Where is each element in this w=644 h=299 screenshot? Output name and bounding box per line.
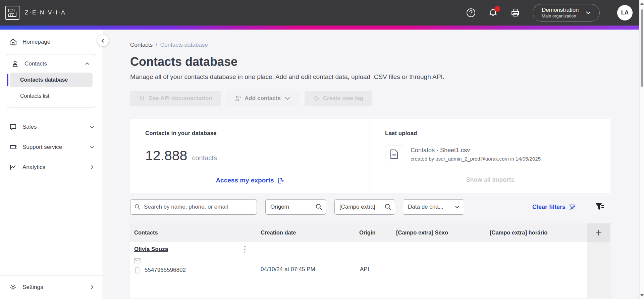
breadcrumb-contacts-database[interactable]: Contacts database <box>160 42 208 48</box>
sidebar-collapse-button[interactable] <box>97 35 109 46</box>
chevron-down-icon <box>454 204 460 210</box>
page-subtitle: Manage all of your contacts database in … <box>130 73 610 81</box>
user-plus-icon <box>234 95 241 102</box>
sidebar-item-contacts[interactable]: Contacts <box>7 56 96 71</box>
main-content: Contacts / Contacts database Contacts da… <box>103 30 644 299</box>
contacts-count-card: Contacts in your database 12.888 contact… <box>130 119 370 193</box>
contacts-table: Contacts Creation date Origin [Campo ext… <box>130 223 610 298</box>
breadcrumb-contacts[interactable]: Contacts <box>130 42 153 48</box>
scroll-down-arrow[interactable] <box>640 294 644 297</box>
org-subtitle: Main organization <box>542 13 579 19</box>
chevron-down-icon <box>585 9 592 16</box>
contacts-count-value: 12.888 <box>145 148 187 164</box>
export-icon <box>277 177 284 184</box>
help-icon[interactable] <box>466 8 476 17</box>
plus-icon <box>595 229 602 237</box>
sidebar-item-support-service[interactable]: Support service <box>0 139 103 155</box>
chevron-down-icon <box>89 124 95 130</box>
access-my-exports-link[interactable]: Access my exports <box>130 177 370 184</box>
home-icon <box>9 38 17 46</box>
table-row: Olivia Souza - <box>130 242 610 298</box>
add-contacts-button[interactable]: Add contacts <box>226 91 300 106</box>
plug-icon <box>139 95 145 102</box>
contacts-count-unit: contacts <box>192 154 217 162</box>
row-menu-icon[interactable] <box>242 245 248 253</box>
column-header-contacts: Contacts <box>130 223 254 242</box>
org-name: Demonstration <box>542 7 579 13</box>
breadcrumb-separator: / <box>156 42 157 48</box>
sidebar-item-label: Homepage <box>22 39 50 45</box>
see-api-documentation-button[interactable]: See API documentation <box>130 91 221 106</box>
create-new-tag-button[interactable]: Create new tag <box>305 91 372 106</box>
action-buttons: See API documentation Add contacts <box>130 91 610 106</box>
upload-file-meta: created by user_admin_2_prod@uorak.com i… <box>411 156 541 162</box>
origin-value: API <box>355 242 392 298</box>
filter-off-icon <box>569 204 576 211</box>
brand-text: Z·E·N·V·I·A <box>25 9 66 16</box>
avatar[interactable]: LA <box>617 5 633 20</box>
print-icon[interactable] <box>511 8 520 17</box>
creation-date-filter[interactable]: Data de cria... <box>403 199 464 215</box>
mobile-phone-icon <box>134 267 141 273</box>
creation-date-value: 04/10/24 at 07:45 PM <box>254 242 355 298</box>
search-icon <box>315 203 322 210</box>
ticket-icon <box>9 143 17 151</box>
chevron-down-icon <box>284 95 291 102</box>
column-header-campo-extra-horario: [Campo extra] horário <box>485 223 587 242</box>
sidebar-item-label: Settings <box>22 284 43 291</box>
search-icon <box>384 203 391 210</box>
sidebar-item-settings[interactable]: Settings <box>0 280 103 295</box>
sidebar-item-label: Contacts <box>24 60 47 67</box>
chevron-left-icon <box>100 38 106 43</box>
org-switcher[interactable]: Demonstration Main organization <box>533 4 600 22</box>
gear-icon <box>9 284 17 291</box>
breadcrumb: Contacts / Contacts database <box>130 42 610 48</box>
sidebar-item-analytics[interactable]: Analytics <box>0 160 103 175</box>
sidebar-item-label: Contacts database <box>20 77 68 83</box>
scroll-up-arrow[interactable] <box>640 2 644 5</box>
table-header-row: Contacts Creation date Origin [Campo ext… <box>130 223 610 242</box>
zenvia-logo-icon <box>5 6 19 20</box>
last-upload-card: Last upload Contatos - Sheet1.csv create… <box>370 119 610 193</box>
chevron-down-icon <box>89 144 95 150</box>
sidebar-item-contacts-database[interactable]: Contacts database <box>10 73 93 87</box>
sidebar-item-label: Contacts list <box>20 93 49 99</box>
contact-email-value: - <box>145 257 147 264</box>
sidebar-item-homepage[interactable]: Homepage <box>0 34 103 50</box>
page-scrollbar[interactable] <box>639 0 644 299</box>
sidebar-item-sales[interactable]: Sales <box>0 119 103 135</box>
top-bar: Z·E·N·V·I·A Demon <box>0 0 644 26</box>
column-header-creation-date: Creation date <box>254 223 355 242</box>
clear-filters-link[interactable]: Clear filters <box>532 204 576 211</box>
chevron-right-icon <box>89 165 95 170</box>
upload-file-name: Contatos - Sheet1.csv <box>411 147 541 154</box>
notifications-icon[interactable] <box>488 8 498 17</box>
show-all-imports-button[interactable]: Show all imports <box>370 176 610 183</box>
brand-gradient-bar <box>0 26 644 30</box>
advanced-filter-icon[interactable] <box>595 202 605 212</box>
last-upload-title: Last upload <box>385 130 600 137</box>
column-header-campo-extra-sexo: [Campo extra] Sexo <box>392 223 485 242</box>
file-icon <box>385 145 403 163</box>
sidebar: Homepage Contacts Contacts database Cont… <box>0 30 103 299</box>
tag-icon <box>313 95 320 102</box>
add-column-button[interactable] <box>587 223 610 242</box>
add-column-strip <box>587 242 610 298</box>
analytics-icon <box>9 164 17 171</box>
sidebar-item-contacts-list[interactable]: Contacts list <box>10 89 93 103</box>
chat-bubble-icon <box>9 123 17 131</box>
sidebar-item-label: Sales <box>22 124 37 130</box>
contacts-group: Contacts Contacts database Contacts list <box>7 54 96 108</box>
contacts-count-title: Contacts in your database <box>145 130 360 137</box>
column-header-origin: Origin <box>355 223 392 242</box>
scroll-thumb[interactable] <box>641 9 643 87</box>
sidebar-item-label: Support service <box>22 144 62 151</box>
sidebar-item-label: Analytics <box>22 164 45 171</box>
contact-name-link[interactable]: Olivia Souza <box>134 246 168 253</box>
search-input[interactable] <box>130 199 257 215</box>
notification-badge <box>494 6 500 12</box>
chevron-up-icon <box>85 61 90 67</box>
active-item-indicator <box>7 74 8 86</box>
summary-cards: Contacts in your database 12.888 contact… <box>130 119 610 193</box>
email-icon <box>134 258 141 264</box>
